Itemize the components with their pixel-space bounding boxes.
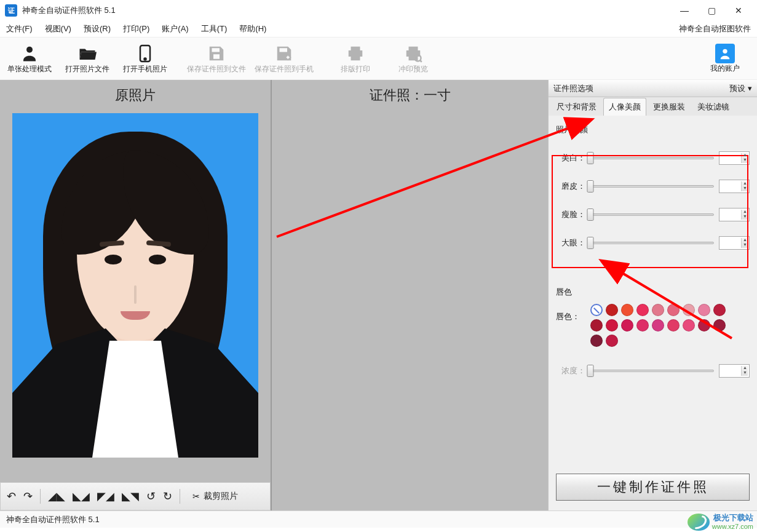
- person-icon: [20, 43, 39, 64]
- watermark-logo-icon: [688, 514, 710, 531]
- lip-opacity-slider[interactable]: [590, 365, 714, 376]
- separator: [180, 489, 180, 504]
- menu-print[interactable]: 打印(P): [123, 23, 149, 34]
- lip-swatch[interactable]: [621, 319, 633, 332]
- toolbar-label: 单张处理模式: [7, 64, 52, 74]
- svg-point-0: [26, 46, 33, 52]
- lip-swatch[interactable]: [590, 335, 603, 347]
- lip-swatch[interactable]: [590, 304, 603, 316]
- lip-swatch[interactable]: [683, 304, 695, 316]
- avatar-icon: [715, 44, 735, 63]
- toolbar-label: 保存证件照到手机: [255, 64, 314, 74]
- tab-makeup[interactable]: 美妆滤镜: [692, 98, 735, 116]
- separator: [40, 489, 41, 504]
- lip-swatch[interactable]: [698, 319, 710, 332]
- right-panel: 证件照选项 预设 ▾ 尺寸和背景 人像美颜 更换服装 美妆滤镜 照片美颜 美白：…: [548, 80, 757, 510]
- menu-preset[interactable]: 预设(R): [84, 23, 111, 34]
- lip-swatches: [590, 304, 732, 347]
- my-account-button[interactable]: 我的账户: [700, 44, 750, 74]
- app-logo-icon: 证: [5, 4, 17, 17]
- tab-beauty[interactable]: 人像美颜: [603, 98, 646, 116]
- lip-swatch[interactable]: [713, 304, 726, 316]
- toolbar-label: 打开照片文件: [65, 64, 109, 74]
- lip-swatch[interactable]: [652, 304, 664, 316]
- window-title: 神奇全自动证件照软件 5.1: [22, 5, 116, 16]
- flip-h1-icon[interactable]: ◢◣: [48, 490, 65, 503]
- rotate-ccw-icon[interactable]: ↺: [146, 490, 156, 503]
- maximize-button[interactable]: ▢: [698, 1, 725, 20]
- lip-swatch[interactable]: [667, 304, 680, 316]
- original-photo-title: 原照片: [0, 80, 271, 107]
- lip-opacity-row: 浓度： 0▲▼: [556, 364, 750, 378]
- print-preview-button[interactable]: 冲印预览: [389, 43, 438, 74]
- save-phone-button[interactable]: 保存证件照到手机: [255, 43, 314, 74]
- beauty-group-label: 照片美颜: [556, 124, 750, 135]
- watermark-url: www.xz7.com: [712, 522, 753, 531]
- right-link[interactable]: 神奇全自动抠图软件: [679, 23, 751, 34]
- lip-swatch[interactable]: [667, 319, 680, 332]
- crop-button[interactable]: ✂ 裁剪照片: [188, 488, 243, 504]
- lip-swatch[interactable]: [713, 319, 726, 332]
- save-icon: [207, 43, 226, 64]
- lip-color-label: 唇色：: [556, 304, 585, 322]
- save-file-button[interactable]: 保存证件照到文件: [187, 43, 246, 74]
- menu-account[interactable]: 账户(A): [162, 23, 188, 34]
- flip-v1-icon[interactable]: ◤◢: [97, 490, 114, 503]
- crop-label: 裁剪照片: [204, 491, 238, 502]
- open-phone-button[interactable]: 打开手机照片: [121, 43, 170, 74]
- lip-swatch[interactable]: [606, 335, 618, 347]
- lip-swatch[interactable]: [636, 304, 649, 316]
- titlebar: 证 神奇全自动证件照软件 5.1 — ▢ ✕: [0, 0, 757, 21]
- lip-swatch[interactable]: [590, 319, 603, 332]
- open-file-button[interactable]: 打开照片文件: [63, 43, 112, 74]
- toolbar-label: 我的账户: [710, 63, 740, 74]
- window-controls: — ▢ ✕: [671, 1, 752, 20]
- lip-opacity-label: 浓度：: [556, 365, 585, 376]
- lip-swatch[interactable]: [606, 304, 618, 316]
- photo-area: [0, 107, 271, 482]
- menu-file[interactable]: 文件(F): [6, 23, 33, 34]
- rotate-cw-icon[interactable]: ↻: [163, 490, 172, 503]
- toolbar-label: 排版打印: [341, 64, 370, 74]
- lip-color-row: 唇色：: [556, 304, 750, 347]
- toolbar-label: 保存证件照到文件: [187, 64, 246, 74]
- layout-print-button[interactable]: 排版打印: [331, 43, 380, 74]
- menu-view[interactable]: 视图(V): [45, 23, 71, 34]
- phone-icon: [137, 43, 153, 64]
- menu-help[interactable]: 帮助(H): [239, 23, 266, 34]
- lip-swatch[interactable]: [652, 319, 664, 332]
- mode-single-button[interactable]: 单张处理模式: [5, 43, 54, 74]
- make-id-photo-button[interactable]: 一键制作证件照: [556, 474, 750, 501]
- option-tabs: 尺寸和背景 人像美颜 更换服装 美妆滤镜: [549, 97, 757, 116]
- status-text: 神奇全自动证件照软件 5.1: [6, 514, 100, 525]
- close-button[interactable]: ✕: [725, 1, 752, 20]
- svg-point-5: [723, 49, 727, 53]
- statusbar: 神奇全自动证件照软件 5.1: [0, 510, 757, 528]
- id-photo-title: 证件照：一寸: [272, 80, 548, 107]
- save-phone-icon: [275, 43, 293, 64]
- right-panel-header: 证件照选项 预设 ▾: [549, 80, 757, 97]
- watermark: 极光下载站 www.xz7.com: [688, 514, 753, 531]
- menu-tools[interactable]: 工具(T): [201, 23, 228, 34]
- toolbar-label: 冲印预览: [398, 64, 428, 74]
- lip-swatch[interactable]: [683, 319, 695, 332]
- flip-v2-icon[interactable]: ◣◥: [122, 490, 139, 503]
- flip-h2-icon[interactable]: ◣◢: [73, 490, 90, 503]
- print-preview-icon: [404, 43, 422, 64]
- tab-clothes[interactable]: 更换服装: [648, 98, 691, 116]
- lip-swatch[interactable]: [606, 319, 618, 332]
- lip-opacity-value[interactable]: 0▲▼: [719, 364, 750, 378]
- lip-swatch[interactable]: [621, 304, 633, 316]
- redo-icon[interactable]: ↷: [23, 490, 33, 503]
- lip-swatch[interactable]: [636, 319, 649, 332]
- preset-dropdown[interactable]: 预设 ▾: [729, 83, 752, 94]
- toolbar-label: 打开手机照片: [123, 64, 167, 74]
- original-photo[interactable]: [12, 113, 258, 458]
- undo-icon[interactable]: ↶: [7, 490, 16, 503]
- printer-icon: [346, 43, 365, 64]
- tab-size-bg[interactable]: 尺寸和背景: [551, 98, 602, 116]
- lip-swatch[interactable]: [698, 304, 710, 316]
- minimize-button[interactable]: —: [671, 1, 698, 20]
- watermark-name: 极光下载站: [712, 514, 753, 522]
- svg-point-2: [145, 58, 146, 60]
